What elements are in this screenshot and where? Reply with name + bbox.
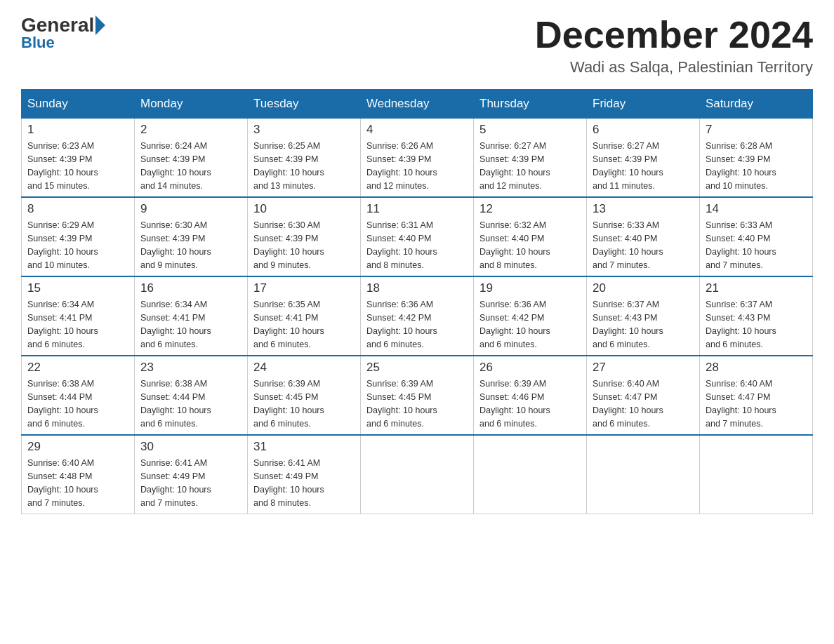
day-info: Sunrise: 6:36 AM Sunset: 4:42 PM Dayligh…	[366, 298, 468, 351]
calendar-cell: 1 Sunrise: 6:23 AM Sunset: 4:39 PM Dayli…	[22, 119, 135, 198]
day-number: 11	[366, 202, 468, 216]
day-info: Sunrise: 6:26 AM Sunset: 4:39 PM Dayligh…	[366, 140, 468, 192]
day-info: Sunrise: 6:35 AM Sunset: 4:41 PM Dayligh…	[253, 298, 355, 351]
calendar-cell	[474, 435, 587, 514]
calendar-week-row-2: 8 Sunrise: 6:29 AM Sunset: 4:39 PM Dayli…	[22, 197, 813, 276]
day-info: Sunrise: 6:41 AM Sunset: 4:49 PM Dayligh…	[253, 457, 355, 509]
day-number: 22	[27, 361, 128, 375]
calendar-cell: 6 Sunrise: 6:27 AM Sunset: 4:39 PM Dayli…	[587, 119, 700, 198]
day-number: 24	[253, 361, 355, 375]
day-info: Sunrise: 6:27 AM Sunset: 4:39 PM Dayligh…	[593, 140, 694, 192]
day-number: 10	[253, 202, 355, 216]
calendar-cell: 12 Sunrise: 6:32 AM Sunset: 4:40 PM Dayl…	[474, 197, 587, 276]
day-number: 1	[27, 123, 128, 137]
calendar-cell	[700, 435, 813, 514]
calendar-cell: 25 Sunrise: 6:39 AM Sunset: 4:45 PM Dayl…	[361, 356, 474, 435]
day-number: 3	[253, 123, 355, 137]
calendar-cell: 28 Sunrise: 6:40 AM Sunset: 4:47 PM Dayl…	[700, 356, 813, 435]
calendar-cell: 19 Sunrise: 6:36 AM Sunset: 4:42 PM Dayl…	[474, 276, 587, 356]
logo: General Blue	[21, 14, 107, 52]
calendar-cell: 24 Sunrise: 6:39 AM Sunset: 4:45 PM Dayl…	[248, 356, 361, 435]
calendar-cell: 16 Sunrise: 6:34 AM Sunset: 4:41 PM Dayl…	[135, 276, 248, 356]
calendar-cell: 18 Sunrise: 6:36 AM Sunset: 4:42 PM Dayl…	[361, 276, 474, 356]
day-number: 6	[593, 123, 694, 137]
calendar-cell: 3 Sunrise: 6:25 AM Sunset: 4:39 PM Dayli…	[248, 119, 361, 198]
day-number: 4	[366, 123, 468, 137]
calendar-week-row-4: 22 Sunrise: 6:38 AM Sunset: 4:44 PM Dayl…	[22, 356, 813, 435]
calendar-cell: 15 Sunrise: 6:34 AM Sunset: 4:41 PM Dayl…	[22, 276, 135, 356]
page-header: General Blue December 2024 Wadi as Salqa…	[21, 14, 813, 76]
day-info: Sunrise: 6:40 AM Sunset: 4:47 PM Dayligh…	[593, 377, 694, 430]
col-sunday: Sunday	[22, 90, 135, 119]
day-number: 14	[706, 202, 807, 216]
day-number: 29	[27, 440, 128, 454]
col-wednesday: Wednesday	[361, 90, 474, 119]
calendar-week-row-3: 15 Sunrise: 6:34 AM Sunset: 4:41 PM Dayl…	[22, 276, 813, 356]
day-info: Sunrise: 6:39 AM Sunset: 4:46 PM Dayligh…	[479, 377, 581, 430]
calendar-table: Sunday Monday Tuesday Wednesday Thursday…	[21, 89, 813, 514]
day-number: 16	[140, 281, 241, 295]
day-number: 7	[706, 123, 807, 137]
calendar-cell: 9 Sunrise: 6:30 AM Sunset: 4:39 PM Dayli…	[135, 197, 248, 276]
day-number: 12	[479, 202, 581, 216]
calendar-cell: 30 Sunrise: 6:41 AM Sunset: 4:49 PM Dayl…	[135, 435, 248, 514]
title-section: December 2024 Wadi as Salqa, Palestinian…	[535, 14, 813, 76]
calendar-cell: 5 Sunrise: 6:27 AM Sunset: 4:39 PM Dayli…	[474, 119, 587, 198]
day-info: Sunrise: 6:25 AM Sunset: 4:39 PM Dayligh…	[253, 140, 355, 192]
day-info: Sunrise: 6:24 AM Sunset: 4:39 PM Dayligh…	[140, 140, 241, 192]
day-number: 21	[706, 281, 807, 295]
calendar-header-row: Sunday Monday Tuesday Wednesday Thursday…	[22, 90, 813, 119]
day-number: 15	[27, 281, 128, 295]
day-number: 13	[593, 202, 694, 216]
calendar-cell: 29 Sunrise: 6:40 AM Sunset: 4:48 PM Dayl…	[22, 435, 135, 514]
logo-arrow-icon	[95, 15, 105, 35]
col-thursday: Thursday	[474, 90, 587, 119]
calendar-cell: 26 Sunrise: 6:39 AM Sunset: 4:46 PM Dayl…	[474, 356, 587, 435]
day-info: Sunrise: 6:36 AM Sunset: 4:42 PM Dayligh…	[479, 298, 581, 351]
day-info: Sunrise: 6:39 AM Sunset: 4:45 PM Dayligh…	[253, 377, 355, 430]
calendar-cell: 21 Sunrise: 6:37 AM Sunset: 4:43 PM Dayl…	[700, 276, 813, 356]
day-number: 30	[140, 440, 241, 454]
col-monday: Monday	[135, 90, 248, 119]
day-number: 26	[479, 361, 581, 375]
day-info: Sunrise: 6:34 AM Sunset: 4:41 PM Dayligh…	[140, 298, 241, 351]
day-number: 5	[479, 123, 581, 137]
day-info: Sunrise: 6:30 AM Sunset: 4:39 PM Dayligh…	[253, 219, 355, 271]
calendar-cell: 14 Sunrise: 6:33 AM Sunset: 4:40 PM Dayl…	[700, 197, 813, 276]
col-saturday: Saturday	[700, 90, 813, 119]
day-number: 23	[140, 361, 241, 375]
day-number: 19	[479, 281, 581, 295]
calendar-cell: 10 Sunrise: 6:30 AM Sunset: 4:39 PM Dayl…	[248, 197, 361, 276]
day-info: Sunrise: 6:38 AM Sunset: 4:44 PM Dayligh…	[27, 377, 128, 430]
calendar-cell: 4 Sunrise: 6:26 AM Sunset: 4:39 PM Dayli…	[361, 119, 474, 198]
day-info: Sunrise: 6:37 AM Sunset: 4:43 PM Dayligh…	[593, 298, 694, 351]
day-info: Sunrise: 6:33 AM Sunset: 4:40 PM Dayligh…	[706, 219, 807, 271]
day-info: Sunrise: 6:23 AM Sunset: 4:39 PM Dayligh…	[27, 140, 128, 192]
day-info: Sunrise: 6:38 AM Sunset: 4:44 PM Dayligh…	[140, 377, 241, 430]
logo-blue: Blue	[21, 34, 55, 52]
day-info: Sunrise: 6:31 AM Sunset: 4:40 PM Dayligh…	[366, 219, 468, 271]
day-info: Sunrise: 6:40 AM Sunset: 4:47 PM Dayligh…	[706, 377, 807, 430]
day-number: 8	[27, 202, 128, 216]
calendar-cell: 2 Sunrise: 6:24 AM Sunset: 4:39 PM Dayli…	[135, 119, 248, 198]
col-friday: Friday	[587, 90, 700, 119]
day-number: 28	[706, 361, 807, 375]
col-tuesday: Tuesday	[248, 90, 361, 119]
day-info: Sunrise: 6:34 AM Sunset: 4:41 PM Dayligh…	[27, 298, 128, 351]
day-number: 18	[366, 281, 468, 295]
calendar-cell: 20 Sunrise: 6:37 AM Sunset: 4:43 PM Dayl…	[587, 276, 700, 356]
calendar-cell	[361, 435, 474, 514]
day-info: Sunrise: 6:37 AM Sunset: 4:43 PM Dayligh…	[706, 298, 807, 351]
day-info: Sunrise: 6:33 AM Sunset: 4:40 PM Dayligh…	[593, 219, 694, 271]
day-info: Sunrise: 6:39 AM Sunset: 4:45 PM Dayligh…	[366, 377, 468, 430]
day-number: 25	[366, 361, 468, 375]
day-number: 9	[140, 202, 241, 216]
calendar-cell	[587, 435, 700, 514]
day-number: 2	[140, 123, 241, 137]
calendar-cell: 31 Sunrise: 6:41 AM Sunset: 4:49 PM Dayl…	[248, 435, 361, 514]
calendar-week-row-1: 1 Sunrise: 6:23 AM Sunset: 4:39 PM Dayli…	[22, 119, 813, 198]
calendar-cell: 27 Sunrise: 6:40 AM Sunset: 4:47 PM Dayl…	[587, 356, 700, 435]
calendar-cell: 7 Sunrise: 6:28 AM Sunset: 4:39 PM Dayli…	[700, 119, 813, 198]
day-number: 27	[593, 361, 694, 375]
day-number: 17	[253, 281, 355, 295]
